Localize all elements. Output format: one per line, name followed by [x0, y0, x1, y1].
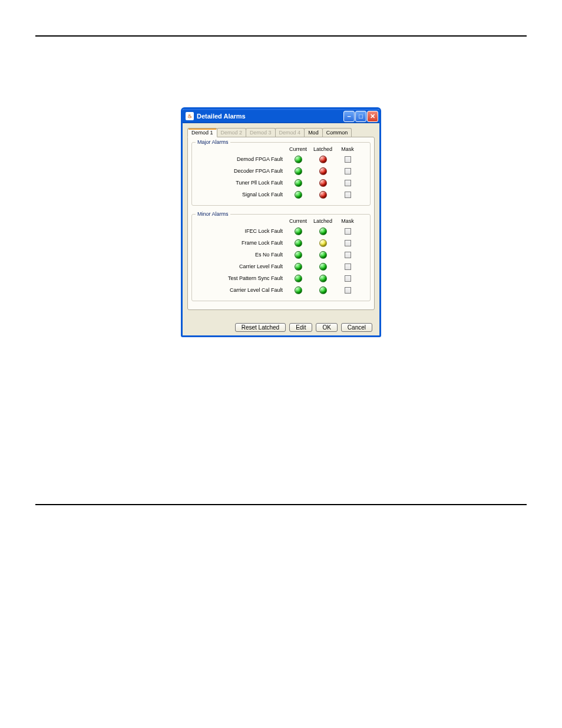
col-latched: Latched	[311, 218, 335, 224]
mask-checkbox[interactable]	[345, 168, 351, 174]
col-current: Current	[286, 146, 310, 152]
led-latched	[319, 228, 327, 235]
led-current	[295, 228, 302, 235]
mask-checkbox[interactable]	[345, 192, 351, 198]
led-current	[295, 167, 302, 175]
mask-checkbox[interactable]	[345, 180, 351, 186]
alarm-label: Signal Lock Fault	[197, 192, 285, 197]
led-latched	[319, 263, 327, 271]
list-item: .	[82, 367, 503, 376]
tab-demod-4[interactable]: Demod 4	[275, 128, 305, 137]
col-current: Current	[286, 218, 310, 224]
col-mask: Mask	[336, 146, 359, 152]
led-current	[295, 156, 302, 163]
led-latched	[319, 191, 327, 199]
led-latched	[319, 167, 327, 175]
alarm-row: Es No Fault	[197, 249, 365, 261]
cancel-button[interactable]: Cancel	[341, 323, 372, 332]
alarm-label: Test Pattern Sync Fault	[197, 275, 285, 281]
major-alarms-legend: Major Alarms	[196, 139, 230, 145]
minimize-icon[interactable]: –	[343, 111, 355, 122]
alarm-row: Carrier Level Cal Fault	[197, 284, 365, 296]
list-item: .	[82, 435, 503, 444]
mask-checkbox[interactable]	[345, 252, 351, 258]
minor-alarms-legend: Minor Alarms	[196, 211, 230, 217]
tab-demod-1[interactable]: Demod 1	[187, 128, 217, 137]
alarm-label: Tuner Pll Lock Fault	[197, 180, 285, 186]
detailed-alarms-dialog: ♨ Detailed Alarms – □ ✕ Demod 1 Demod 2 …	[181, 107, 381, 337]
alarm-row: Decoder FPGA Fault	[197, 165, 365, 177]
page-footer: ..	[35, 511, 527, 538]
alarm-row: Test Pattern Sync Fault	[197, 272, 365, 284]
mask-checkbox[interactable]	[345, 228, 351, 235]
led-current	[295, 263, 302, 271]
mask-checkbox[interactable]	[345, 287, 351, 294]
led-latched	[319, 156, 327, 163]
col-mask: Mask	[336, 218, 359, 224]
led-current	[295, 286, 302, 294]
alarm-label: Es No Fault	[197, 252, 285, 258]
led-current	[295, 191, 302, 199]
led-current	[295, 179, 302, 187]
alarm-label: Demod FPGA Fault	[197, 156, 285, 162]
alarm-label: Frame Lock Fault	[197, 240, 285, 246]
java-icon: ♨	[186, 112, 194, 120]
led-current	[295, 239, 302, 247]
tab-demod-2[interactable]: Demod 2	[217, 128, 247, 137]
alarm-row: Tuner Pll Lock Fault	[197, 177, 365, 189]
alarm-row: Frame Lock Fault	[197, 237, 365, 249]
maximize-icon[interactable]: □	[355, 111, 366, 122]
led-latched	[319, 286, 327, 294]
reset-latched-button[interactable]: Reset Latched	[235, 323, 286, 332]
mask-checkbox[interactable]	[345, 263, 351, 270]
led-latched	[319, 275, 327, 282]
led-current	[295, 275, 302, 282]
alarm-label: Carrier Level Cal Fault	[197, 287, 285, 293]
mask-checkbox[interactable]	[345, 156, 351, 163]
alarm-row: Carrier Level Fault	[197, 261, 365, 272]
tab-bar: Demod 1 Demod 2 Demod 3 Demod 4 Mod Comm…	[187, 128, 375, 137]
tab-demod-3[interactable]: Demod 3	[246, 128, 276, 137]
alarm-label: Decoder FPGA Fault	[197, 168, 285, 174]
dialog-title: Detailed Alarms	[197, 113, 246, 120]
alarm-row: Signal Lock Fault	[197, 189, 365, 200]
tab-mod[interactable]: Mod	[304, 128, 323, 137]
alarm-row: IFEC Lock Fault	[197, 225, 365, 237]
ok-button[interactable]: OK	[316, 323, 337, 332]
page-top-rule	[35, 35, 527, 37]
dialog-button-row: Reset Latched Edit OK Cancel	[187, 323, 375, 332]
led-current	[295, 251, 302, 259]
close-icon[interactable]: ✕	[367, 111, 378, 122]
led-latched	[319, 179, 327, 187]
alarm-row: Demod FPGA Fault	[197, 153, 365, 165]
mask-checkbox[interactable]	[345, 275, 351, 282]
led-latched	[319, 239, 327, 247]
edit-button[interactable]: Edit	[289, 323, 312, 332]
page-bottom-rule	[35, 504, 527, 505]
col-latched: Latched	[311, 146, 335, 152]
major-alarms-group: Major Alarms Current Latched Mask Demod …	[191, 142, 371, 206]
alarm-label: Carrier Level Fault	[197, 263, 285, 269]
body-text: . .	[59, 367, 503, 445]
tab-panel: Major Alarms Current Latched Mask Demod …	[187, 137, 375, 310]
led-latched	[319, 251, 327, 259]
dialog-titlebar[interactable]: ♨ Detailed Alarms – □ ✕	[183, 109, 379, 123]
minor-alarms-group: Minor Alarms Current Latched Mask IFEC L…	[191, 214, 371, 301]
tab-common[interactable]: Common	[322, 128, 352, 137]
mask-checkbox[interactable]	[345, 240, 351, 246]
alarm-label: IFEC Lock Fault	[197, 228, 285, 234]
